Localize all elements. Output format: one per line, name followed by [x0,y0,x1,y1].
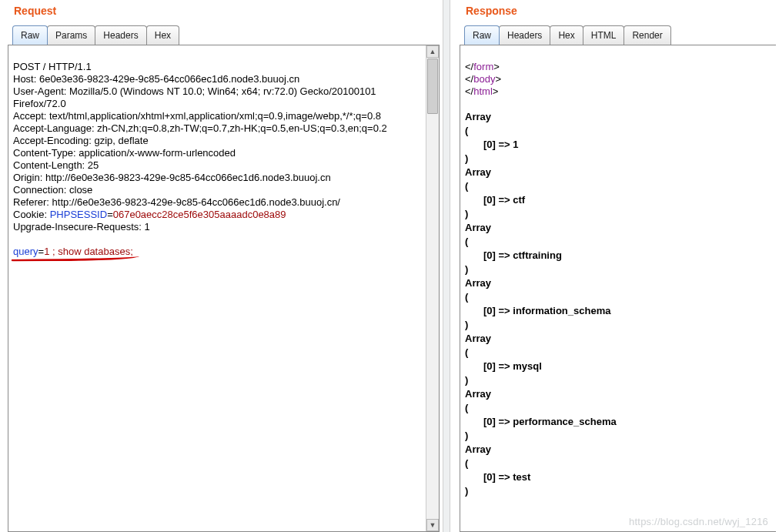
array-close: ) [465,429,771,443]
array-label: Array [465,166,771,179]
array-open: ( [465,346,771,360]
array-close: ) [465,484,771,498]
tab-hex[interactable]: Hex [550,25,583,45]
array-label: Array [465,332,771,346]
array-entry: [0] => ctftraining [465,249,771,263]
request-panel: Request Raw Params Headers Hex POST / HT… [0,0,443,532]
array-open: ( [465,457,771,470]
tag-name: body [473,73,495,85]
req-line: Upgrade-Insecure-Requests: 1 [13,221,150,233]
req-body: query=1 ; show databases; [13,246,133,258]
tag-name: form [473,61,493,72]
request-raw-content[interactable]: POST / HTTP/1.1 Host: 6e0e3e36-9823-429e… [8,45,439,531]
array-entry: [0] => mysql [465,360,771,373]
cookie-name: PHPSESSID [50,209,107,220]
array-open: ( [465,401,771,415]
tag-name: html [473,85,493,97]
array-block: Array([0] => information_schema) [465,276,771,332]
request-tabs: Raw Params Headers Hex [12,23,443,45]
closing-tag-html: </html> [465,85,498,97]
array-open: ( [465,124,771,138]
tag-bracket: > [493,85,499,97]
response-raw-content[interactable]: </form> </body> </html> Array([0] => 1)A… [460,45,776,531]
array-entry: [0] => information_schema [465,304,771,318]
response-panel: Response Raw Headers Hex HTML Render </f… [450,0,779,532]
req-line: POST / HTTP/1.1 [13,61,92,72]
split-divider[interactable] [443,0,450,532]
tab-hex[interactable]: Hex [146,25,179,45]
req-line: Accept: text/html,application/xhtml+xml,… [13,110,381,122]
req-line: Content-Length: 25 [13,159,99,171]
array-close: ) [465,318,771,332]
body-value: 1 ; show databases; [44,246,133,257]
tag-bracket: </ [465,73,473,85]
array-block: Array([0] => ctf) [465,166,771,221]
request-content-frame: POST / HTTP/1.1 Host: 6e0e3e36-9823-429e… [8,45,440,532]
scrollbar-up-icon[interactable]: ▲ [426,45,439,58]
req-line: Accept-Language: zh-CN,zh;q=0.8,zh-TW;q=… [13,122,387,134]
array-label: Array [465,221,771,235]
array-block: Array([0] => mysql) [465,332,771,387]
array-block: Array([0] => 1) [465,110,771,166]
array-close: ) [465,152,771,166]
cookie-eq: = [107,209,113,220]
array-block: Array([0] => test) [465,443,771,498]
array-label: Array [465,387,771,401]
array-close: ) [465,263,771,276]
array-open: ( [465,290,771,304]
req-line: Content-Type: application/x-www-form-url… [13,147,236,159]
scrollbar-thumb[interactable] [427,59,438,114]
request-title: Request [14,5,443,17]
response-title: Response [466,5,779,17]
body-eq: = [38,246,45,257]
req-line: User-Agent: Mozilla/5.0 (Windows NT 10.0… [13,85,379,109]
array-label: Array [465,443,771,457]
tag-bracket: </ [465,85,473,97]
req-line: Referer: http://6e0e3e36-9823-429e-9c85-… [13,196,340,208]
req-line: Accept-Encoding: gzip, deflate [13,135,149,146]
tab-raw[interactable]: Raw [12,25,48,45]
req-line: Host: 6e0e3e36-9823-429e-9c85-64cc066ec1… [13,73,299,85]
app-root: Request Raw Params Headers Hex POST / HT… [0,0,779,532]
tag-bracket: </ [465,61,473,72]
response-tabs: Raw Headers Hex HTML Render [464,23,779,45]
req-line: Connection: close [13,184,92,196]
closing-tag-form: </form> [465,61,500,72]
cookie-value: 067e0aecc28ce5f6e305aaaadc0e8a89 [113,209,286,220]
array-label: Array [465,110,771,124]
tab-headers[interactable]: Headers [499,25,550,45]
tab-render[interactable]: Render [624,25,670,45]
array-entry: [0] => 1 [465,138,771,152]
body-param: query [13,246,38,257]
tag-bracket: > [495,73,501,85]
closing-tag-body: </body> [465,73,501,85]
req-line-cookie: Cookie: PHPSESSID=067e0aecc28ce5f6e305aa… [13,209,286,220]
array-entry: [0] => test [465,470,771,484]
array-block: Array([0] => performance_schema) [465,387,771,443]
array-open: ( [465,235,771,249]
request-scrollbar[interactable]: ▲ ▼ [426,45,439,531]
tab-raw[interactable]: Raw [464,25,500,45]
array-close: ) [465,373,771,387]
tab-params[interactable]: Params [47,25,95,45]
array-label: Array [465,276,771,290]
tag-bracket: > [493,61,500,72]
array-entry: [0] => performance_schema [465,415,771,429]
array-open: ( [465,179,771,193]
array-block: Array([0] => ctftraining) [465,221,771,276]
tab-html[interactable]: HTML [583,25,625,45]
tab-headers[interactable]: Headers [95,25,146,45]
cookie-prefix: Cookie: [13,209,50,220]
response-content-frame: </form> </body> </html> Array([0] => 1)A… [460,45,776,532]
scrollbar-down-icon[interactable]: ▼ [426,519,439,531]
array-entry: [0] => ctf [465,193,771,207]
array-close: ) [465,207,771,221]
req-line: Origin: http://6e0e3e36-9823-429e-9c85-6… [13,172,331,183]
